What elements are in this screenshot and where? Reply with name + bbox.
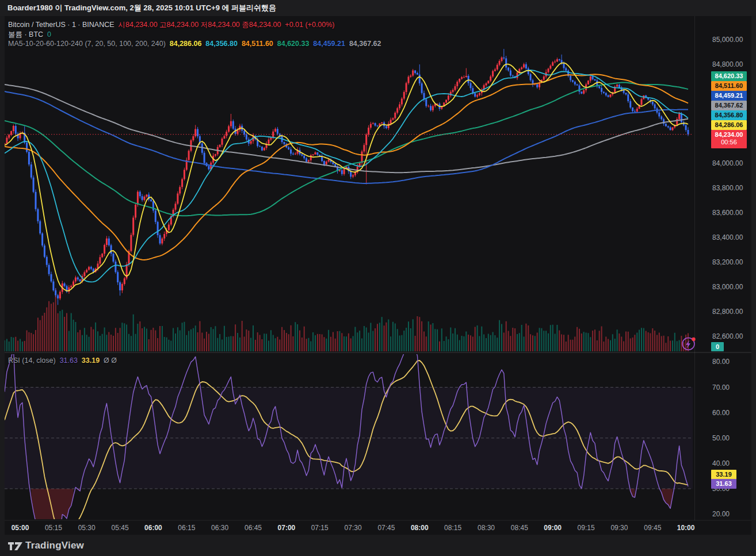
rsi-label: RSI (14, close) <box>8 356 56 365</box>
ma-params: (7, 20, 50, 100, 200, 240) <box>85 40 165 48</box>
price-axis-label: 84,800.00 <box>712 60 743 68</box>
price-axis-label: 82,800.00 <box>712 308 743 316</box>
time-axis[interactable]: 05:0005:1505:3005:4506:0006:1506:3006:45… <box>5 520 693 535</box>
time-axis-label: 06:30 <box>211 524 228 532</box>
ma-legend-value: 84,286.06 <box>170 40 206 48</box>
time-axis-label: 07:00 <box>278 524 296 532</box>
publish-text-mid: 이 <box>53 3 64 12</box>
ma-legend-value: 84,367.62 <box>349 40 385 48</box>
rsi-axis-label: 30.00 <box>712 485 730 493</box>
publish-user-link[interactable]: Boarder1980 <box>7 3 53 12</box>
volume-legend-row[interactable]: 볼륨 · BTC 0 <box>8 30 51 40</box>
time-axis-label: 08:00 <box>411 524 429 532</box>
price-axis-label: 83,800.00 <box>712 184 743 192</box>
price-axis-label: 83,600.00 <box>712 209 743 217</box>
rsi-value: 31.63 <box>60 356 78 365</box>
chart-canvas[interactable] <box>0 0 756 556</box>
price-axis-label: 82,600.00 <box>712 332 743 340</box>
rsi-empty-slot-1: Ø <box>104 356 109 365</box>
ma-values: 84,286.06 84,356.80 84,511.60 84,620.33 … <box>170 40 385 48</box>
publish-bar: Boarder1980 이 TradingView.com, 2월 28, 20… <box>0 0 756 16</box>
symbol-legend-row[interactable]: Bitcoin / TetherUS · 1 · BINANCE 시84,234… <box>8 20 335 30</box>
rsi-legend-row[interactable]: RSI (14, close) 31.63 33.19 Ø Ø <box>8 356 117 365</box>
ma-legend-value: 84,459.21 <box>313 40 349 48</box>
time-axis-label: 08:45 <box>511 524 528 532</box>
symbol-title: Bitcoin / TetherUS · 1 · BINANCE <box>8 21 114 29</box>
price-axis-label: 85,000.00 <box>712 36 743 44</box>
time-axis-label: 10:00 <box>677 524 695 532</box>
rsi-empty-slot-2: Ø <box>111 356 117 365</box>
time-axis-label: 09:15 <box>578 524 595 532</box>
time-axis-label: 06:00 <box>144 524 162 532</box>
tradingview-site-link[interactable]: TradingView.com <box>64 3 125 12</box>
tradingview-published-chart: Boarder1980 이 TradingView.com, 2월 28, 20… <box>0 0 756 556</box>
price-axis-label: 84,000.00 <box>712 159 743 167</box>
ohlc-low-label: 저 <box>201 21 208 29</box>
lightning-icon <box>681 336 697 352</box>
time-axis-label: 08:30 <box>478 524 495 532</box>
ohlc-close-label: 종 <box>242 21 249 29</box>
rsi-ma-value: 33.19 <box>82 356 100 365</box>
rsi-axis-label: 60.00 <box>712 409 730 417</box>
ohlc-high-label: 고 <box>159 21 167 29</box>
time-axis-label: 08:15 <box>444 524 461 532</box>
rsi-axis-label: 20.00 <box>712 510 730 518</box>
time-axis-label: 06:45 <box>245 524 262 532</box>
time-axis-label: 05:45 <box>112 524 129 532</box>
ma-legend-value: 84,620.33 <box>277 40 314 48</box>
time-axis-label: 09:45 <box>644 524 661 532</box>
time-axis-label: 07:30 <box>345 524 362 532</box>
time-axis-label: 06:15 <box>178 524 195 532</box>
ohlc-open-label: 시 <box>119 21 126 29</box>
rsi-axis-label: 40.00 <box>712 459 730 467</box>
volume-label: 볼륨 · BTC <box>8 30 43 39</box>
price-axis-label: 83,000.00 <box>712 283 743 291</box>
ma-label: MA5-10-20-60-120-240 <box>8 40 83 48</box>
price-axis[interactable]: 85,000.0084,800.0084,000.0083,800.0083,6… <box>695 16 756 520</box>
price-change: +0.01 (+0.00%) <box>285 21 334 29</box>
rsi-axis-label: 80.00 <box>712 358 730 366</box>
ma-legend-row[interactable]: MA5-10-20-60-120-240 (7, 20, 50, 100, 20… <box>8 40 385 48</box>
time-axis-label: 07:45 <box>377 524 395 532</box>
ohlc-low-value: 84,234.00 <box>208 21 240 29</box>
ohlc-close-value: 84,234.00 <box>249 21 281 29</box>
time-axis-label: 09:30 <box>610 524 628 532</box>
rsi-axis-label: 50.00 <box>712 434 730 442</box>
ma-legend-value: 84,511.60 <box>242 40 277 48</box>
time-axis-label: 07:15 <box>311 524 329 532</box>
ma-legend-value: 84,356.80 <box>205 40 242 48</box>
tradingview-wordmark: TradingView <box>25 540 84 551</box>
time-axis-label: 05:15 <box>45 524 62 532</box>
time-axis-label: 05:00 <box>12 524 29 532</box>
flash-publish-button[interactable] <box>681 336 697 352</box>
rsi-axis-label: 70.00 <box>712 384 730 392</box>
tradingview-logo-icon <box>7 540 23 552</box>
ohlc-open-value: 84,234.00 <box>125 21 158 29</box>
time-axis-label: 09:00 <box>544 524 562 532</box>
price-axis-label: 83,200.00 <box>712 258 743 266</box>
price-axis-label: 83,400.00 <box>712 233 743 241</box>
publish-text-rest: , 2월 28, 2025 10:01 UTC+9 에 퍼블리쉬했음 <box>125 3 276 12</box>
volume-value: 0 <box>47 30 51 39</box>
footer-bar: TradingView <box>0 535 756 556</box>
time-axis-label: 05:30 <box>78 524 96 532</box>
ohlc-high-value: 84,234.00 <box>167 21 199 29</box>
